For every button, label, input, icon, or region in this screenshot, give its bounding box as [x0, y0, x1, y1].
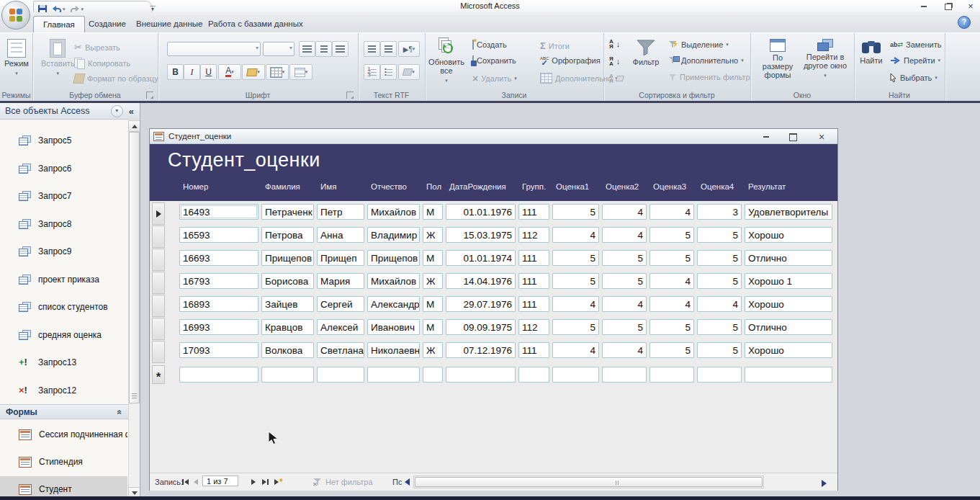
datasheet-cell[interactable]: 111 — [518, 250, 549, 266]
datasheet-cell[interactable]: 5 — [697, 319, 742, 335]
column-header[interactable]: Фамилия — [261, 182, 314, 195]
nav-scrollbar-thumb[interactable] — [129, 132, 140, 403]
cut-button[interactable]: ✂ Вырезать — [74, 42, 120, 53]
nav-item[interactable]: Запрос7 — [0, 183, 127, 209]
search-label[interactable]: Пс — [392, 478, 402, 486]
datasheet-cell[interactable]: 5 — [552, 273, 599, 289]
view-mode-button[interactable]: Режим▾ — [4, 39, 29, 78]
datasheet-cell[interactable]: 16493 — [179, 204, 259, 220]
datasheet-cell[interactable]: 5 — [697, 227, 742, 243]
horizontal-scrollbar-thumb[interactable] — [415, 477, 763, 487]
datasheet-cell[interactable]: Прищепов — [261, 250, 314, 266]
column-header[interactable]: Результат — [745, 182, 832, 195]
datasheet-cell[interactable] — [317, 367, 364, 383]
datasheet-cell[interactable]: 5 — [697, 273, 742, 289]
datasheet-cell[interactable]: Владимир — [367, 227, 420, 243]
column-header[interactable]: Оценка2 — [602, 182, 647, 195]
italic-button[interactable]: I — [184, 64, 200, 80]
record-selector[interactable] — [152, 272, 165, 294]
datasheet-cell[interactable]: 15.03.1975 — [446, 227, 516, 243]
datasheet-cell[interactable]: Мария — [317, 273, 364, 289]
decrease-indent-icon[interactable] — [364, 41, 380, 57]
filter-button[interactable]: Фильтр — [629, 39, 662, 66]
record-selector[interactable] — [152, 226, 165, 248]
datasheet-cell[interactable]: 5 — [552, 250, 599, 266]
datasheet-cell[interactable]: 5 — [552, 204, 599, 220]
restore-icon[interactable] — [940, 2, 956, 11]
datasheet-cell[interactable] — [745, 367, 832, 383]
datasheet-cell[interactable]: 5 — [697, 342, 742, 358]
datasheet-cell[interactable]: 4 — [602, 296, 647, 312]
record-selector[interactable] — [152, 202, 165, 225]
numbered-list-icon[interactable]: 1—2—3— — [364, 64, 380, 80]
first-record-icon[interactable] — [182, 477, 189, 487]
format-painter-button[interactable]: Формат по образцу — [74, 73, 158, 84]
text-direction-button[interactable]: ▶¶▾ — [398, 41, 420, 57]
nav-item[interactable]: Запрос8 — [0, 211, 127, 237]
datasheet-cell[interactable]: 4 — [697, 296, 742, 312]
nav-item[interactable]: Запрос12 — [0, 378, 127, 403]
section-collapse-icon[interactable]: « — [115, 409, 125, 414]
datasheet-cell[interactable]: 4 — [552, 296, 599, 312]
switch-windows-button[interactable]: Перейти в другое окно ▾ — [802, 39, 848, 80]
datasheet-cell[interactable]: 4 — [602, 342, 647, 358]
minimize-icon[interactable] — [916, 2, 932, 11]
datasheet-cell[interactable]: 4 — [649, 204, 694, 220]
selection-filter-button[interactable]: Выделение▾ — [668, 40, 729, 49]
goto-button[interactable]: Перейти▾ — [890, 56, 940, 65]
form-close-icon[interactable]: × — [812, 132, 831, 142]
datasheet-cell[interactable]: Прищепов — [367, 250, 420, 266]
datasheet-cell[interactable]: 4 — [602, 227, 647, 243]
record-selector[interactable] — [152, 341, 165, 363]
datasheet-cell[interactable]: Ж — [423, 342, 443, 358]
nav-item[interactable]: Сессия подчиненная фо... — [0, 421, 127, 447]
datasheet-cell[interactable] — [423, 367, 443, 383]
replace-button[interactable]: ab⇄ Заменить — [890, 40, 942, 49]
font-size-combo[interactable] — [263, 42, 295, 56]
gridlines-button[interactable]: ▾ — [266, 64, 289, 80]
datasheet-cell[interactable]: Волкова — [261, 342, 314, 358]
datasheet-cell[interactable]: Петр — [317, 204, 364, 220]
datasheet-cell[interactable]: 4 — [649, 273, 694, 289]
datasheet-cell[interactable]: Хорошо — [745, 296, 832, 312]
datasheet-cell[interactable]: 111 — [518, 273, 549, 289]
fill-color-button[interactable]: ▾ — [242, 64, 265, 80]
datasheet-cell[interactable]: Хорошо — [745, 227, 832, 243]
datasheet-cell[interactable]: 01.01.1974 — [446, 250, 516, 266]
datasheet-cell[interactable] — [261, 367, 314, 383]
scroll-up-icon[interactable] — [128, 120, 140, 132]
column-header[interactable]: Оценка3 — [649, 182, 694, 195]
paste-button[interactable]: Вставить▾ — [41, 39, 75, 78]
datasheet-cell[interactable] — [367, 367, 420, 383]
horizontal-scrollbar[interactable] — [413, 476, 764, 488]
datasheet-cell[interactable]: 5 — [649, 227, 694, 243]
delete-record-button[interactable]: × Удалить▾ — [472, 73, 517, 84]
record-selector[interactable] — [152, 249, 165, 271]
datasheet-cell[interactable]: 4 — [552, 227, 599, 243]
nav-item[interactable]: Стипендия — [0, 449, 127, 475]
datasheet-cell[interactable]: Петраченк — [261, 204, 314, 220]
datasheet-cell[interactable]: Отлично — [745, 250, 832, 266]
font-name-combo[interactable] — [167, 42, 261, 56]
find-button[interactable]: Найти — [857, 39, 886, 65]
datasheet-cell[interactable]: 5 — [602, 273, 647, 289]
datasheet-cell[interactable]: М — [423, 319, 443, 335]
datasheet-cell[interactable]: 111 — [518, 204, 549, 220]
form-maximize-icon[interactable] — [783, 132, 802, 142]
qat-customize-icon[interactable]: —▾ — [150, 4, 156, 11]
refresh-all-button[interactable]: Обновить все▾ — [429, 37, 464, 85]
datasheet-cell[interactable]: 5 — [649, 342, 694, 358]
highlight-button[interactable]: ▾ — [398, 64, 420, 80]
datasheet-cell[interactable]: 5 — [602, 319, 647, 335]
record-selector[interactable] — [152, 295, 165, 317]
nav-forms-section-header[interactable]: Формы « — [0, 404, 128, 419]
create-record-button[interactable]: * Создать — [472, 40, 507, 49]
datasheet-cell[interactable]: Ж — [423, 273, 443, 289]
datasheet-cell[interactable]: Алексей — [317, 319, 364, 335]
scroll-right-icon[interactable] — [822, 478, 827, 488]
datasheet-cell[interactable]: 01.01.1976 — [446, 204, 516, 220]
datasheet-cell[interactable]: 16893 — [179, 296, 259, 312]
font-color-button[interactable]: А▾ — [218, 64, 241, 80]
column-header[interactable]: Оценка4 — [697, 182, 742, 195]
datasheet-cell[interactable] — [649, 367, 694, 383]
